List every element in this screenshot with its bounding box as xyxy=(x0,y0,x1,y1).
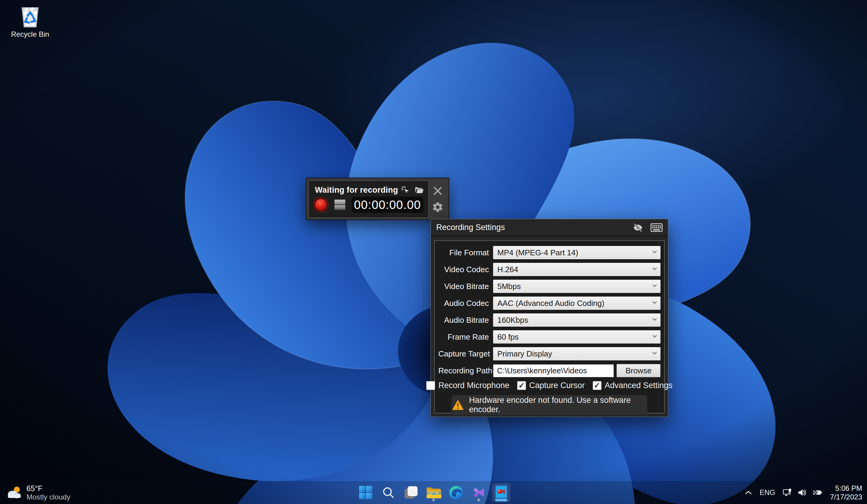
file-format-dropdown[interactable]: MP4 (MPEG-4 Part 14) xyxy=(493,246,661,259)
file-format-label: File Format xyxy=(438,248,489,257)
screen-recorder-app-icon xyxy=(493,484,509,501)
video-codec-dropdown[interactable]: H.264 xyxy=(493,263,661,276)
tray-clock[interactable]: 5:06 PM 7/17/2023 xyxy=(830,484,862,502)
weather-condition: Mostly cloudy xyxy=(26,493,70,502)
setting-row-file-format: File Format MP4 (MPEG-4 Part 14) xyxy=(438,246,661,259)
video-codec-label: Video Codec xyxy=(438,265,489,274)
video-bitrate-label: Video Bitrate xyxy=(438,282,489,291)
video-bitrate-dropdown[interactable]: 5Mbps xyxy=(493,280,661,293)
recorder-widget: Waiting for recording xyxy=(306,178,449,220)
running-indicator-dot xyxy=(478,498,480,501)
settings-panel-title: Recording Settings xyxy=(436,223,505,232)
battery-charging-icon[interactable] xyxy=(812,488,823,497)
network-display-icon[interactable] xyxy=(782,488,792,497)
click-capture-icon[interactable] xyxy=(401,186,409,194)
running-indicator-dot xyxy=(432,498,435,501)
recycle-bin-icon xyxy=(6,4,54,30)
stop-button[interactable] xyxy=(334,199,345,210)
capture-target-dropdown[interactable]: Primary Display xyxy=(493,347,661,361)
record-microphone-checkbox[interactable]: Record Microphone xyxy=(426,381,509,390)
volume-icon[interactable] xyxy=(797,488,807,497)
taskbar-file-explorer-button[interactable] xyxy=(424,483,443,502)
active-indicator-pill xyxy=(495,499,507,501)
recording-path-input[interactable] xyxy=(493,364,614,377)
tray-date: 7/17/2023 xyxy=(830,493,862,501)
setting-row-frame-rate: Frame Rate 60 fps xyxy=(438,330,661,344)
taskbar-visual-studio-button[interactable] xyxy=(469,483,488,502)
audio-codec-label: Audio Codec xyxy=(438,299,489,308)
options-checkbox-row: Record Microphone ✓ Capture Cursor ✓ Adv… xyxy=(438,381,661,390)
recorder-status-title: Waiting for recording xyxy=(315,185,398,195)
audio-codec-dropdown[interactable]: AAC (Advanced Audio Coding) xyxy=(493,297,661,310)
checkbox-box[interactable] xyxy=(426,381,435,390)
weather-temp: 65°F xyxy=(26,484,70,493)
taskbar-task-view-button[interactable] xyxy=(402,483,420,502)
hide-panel-eye-off-icon[interactable] xyxy=(632,222,643,233)
audio-bitrate-label: Audio Bitrate xyxy=(438,315,489,325)
recording-settings-panel: Recording Settings xyxy=(430,219,668,417)
recording-path-label: Recording Path xyxy=(438,366,489,375)
weather-widget[interactable]: 65°F Mostly cloudy xyxy=(6,481,70,504)
recycle-bin-label: Recycle Bin xyxy=(6,30,54,39)
taskbar: 65°F Mostly cloudy xyxy=(0,481,867,504)
desktop-screen: Recycle Bin Waiting for recording xyxy=(0,0,867,504)
recorder-panel: Waiting for recording xyxy=(310,182,427,217)
recording-timer: 00:00:00.00 xyxy=(352,196,423,213)
checkbox-box[interactable]: ✓ xyxy=(593,381,601,390)
task-view-icon xyxy=(403,485,418,500)
tray-time: 5:06 PM xyxy=(830,484,862,493)
advanced-settings-checkbox[interactable]: ✓ Advanced Settings xyxy=(593,381,673,390)
encoder-warning-banner: Hardware encoder not found. Use a softwa… xyxy=(451,395,647,415)
windows-start-icon xyxy=(358,485,373,500)
weather-cloud-sun-icon xyxy=(6,485,23,500)
frame-rate-label: Frame Rate xyxy=(438,332,489,342)
close-icon[interactable] xyxy=(431,185,445,197)
recycle-bin[interactable]: Recycle Bin xyxy=(6,4,54,39)
record-button[interactable] xyxy=(314,198,328,211)
setting-row-audio-codec: Audio Codec AAC (Advanced Audio Coding) xyxy=(438,297,661,310)
frame-rate-dropdown[interactable]: 60 fps xyxy=(493,330,661,344)
gear-icon[interactable] xyxy=(431,201,445,213)
setting-row-recording-path: Recording Path Browse xyxy=(438,364,661,377)
edge-browser-icon xyxy=(449,485,464,500)
settings-form: File Format MP4 (MPEG-4 Part 14) Video C… xyxy=(434,240,665,414)
open-folder-icon[interactable] xyxy=(415,186,424,194)
browse-button[interactable]: Browse xyxy=(617,364,661,377)
file-explorer-icon xyxy=(426,486,441,500)
taskbar-start-button[interactable] xyxy=(356,483,375,502)
setting-row-capture-target: Capture Target Primary Display xyxy=(438,347,661,361)
warning-text: Hardware encoder not found. Use a softwa… xyxy=(469,396,647,414)
setting-row-video-codec: Video Codec H.264 xyxy=(438,263,661,276)
capture-cursor-checkbox[interactable]: ✓ Capture Cursor xyxy=(517,381,585,390)
setting-row-audio-bitrate: Audio Bitrate 160Kbps xyxy=(438,313,661,327)
warning-triangle-icon xyxy=(451,399,464,411)
keyboard-icon[interactable] xyxy=(651,223,663,233)
visual-studio-icon xyxy=(471,485,486,500)
taskbar-edge-button[interactable] xyxy=(447,483,465,502)
setting-row-video-bitrate: Video Bitrate 5Mbps xyxy=(438,280,661,293)
checkbox-box[interactable]: ✓ xyxy=(517,381,526,390)
search-icon xyxy=(382,486,395,499)
capture-target-label: Capture Target xyxy=(438,349,489,358)
taskbar-recorder-app-button[interactable] xyxy=(492,483,511,502)
taskbar-search-button[interactable] xyxy=(379,483,398,502)
audio-bitrate-dropdown[interactable]: 160Kbps xyxy=(493,313,661,327)
tray-chevron-up-icon[interactable] xyxy=(745,490,752,495)
tray-language[interactable]: ENG xyxy=(760,488,775,497)
